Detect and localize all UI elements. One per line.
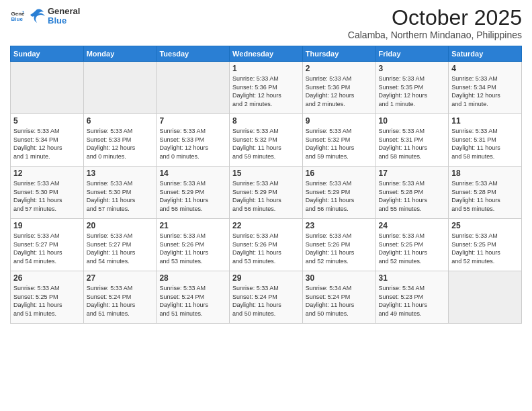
calendar-cell: 29Sunrise: 5:33 AM Sunset: 5:24 PM Dayli… [230, 271, 303, 324]
calendar-cell: 15Sunrise: 5:33 AM Sunset: 5:29 PM Dayli… [230, 167, 303, 219]
calendar-cell: 1Sunrise: 5:33 AM Sunset: 5:36 PM Daylig… [230, 62, 303, 114]
day-number: 29 [232, 273, 300, 283]
day-number: 19 [13, 221, 81, 230]
day-number: 31 [379, 273, 446, 283]
calendar-cell: 17Sunrise: 5:33 AM Sunset: 5:28 PM Dayli… [375, 167, 449, 219]
day-number: 25 [451, 221, 519, 230]
day-info: Sunrise: 5:33 AM Sunset: 5:24 PM Dayligh… [87, 284, 154, 318]
day-info: Sunrise: 5:33 AM Sunset: 5:25 PM Dayligh… [13, 284, 81, 318]
weekday-header-tuesday: Tuesday [157, 46, 230, 62]
calendar-cell: 25Sunrise: 5:33 AM Sunset: 5:25 PM Dayli… [449, 219, 522, 271]
day-number: 17 [379, 169, 446, 178]
calendar-cell: 9Sunrise: 5:33 AM Sunset: 5:32 PM Daylig… [302, 114, 375, 167]
day-number: 22 [232, 221, 300, 230]
day-number: 18 [451, 169, 519, 178]
day-info: Sunrise: 5:33 AM Sunset: 5:30 PM Dayligh… [13, 179, 81, 213]
day-number: 10 [379, 116, 446, 126]
calendar-cell: 7Sunrise: 5:33 AM Sunset: 5:33 PM Daylig… [157, 114, 230, 167]
day-number: 2 [306, 64, 373, 73]
day-number: 4 [451, 64, 519, 73]
day-info: Sunrise: 5:33 AM Sunset: 5:33 PM Dayligh… [87, 127, 154, 161]
calendar-cell: 20Sunrise: 5:33 AM Sunset: 5:27 PM Dayli… [83, 219, 157, 271]
day-number: 30 [306, 273, 373, 283]
calendar-cell: 27Sunrise: 5:33 AM Sunset: 5:24 PM Dayli… [83, 271, 157, 324]
calendar-cell: 28Sunrise: 5:33 AM Sunset: 5:24 PM Dayli… [157, 271, 230, 324]
calendar-cell: 21Sunrise: 5:33 AM Sunset: 5:26 PM Dayli… [157, 219, 230, 271]
day-number: 15 [232, 169, 300, 178]
calendar-cell: 13Sunrise: 5:33 AM Sunset: 5:30 PM Dayli… [83, 167, 157, 219]
calendar-week-row: 19Sunrise: 5:33 AM Sunset: 5:27 PM Dayli… [11, 219, 522, 271]
calendar-week-row: 1Sunrise: 5:33 AM Sunset: 5:36 PM Daylig… [11, 62, 522, 114]
calendar-week-row: 26Sunrise: 5:33 AM Sunset: 5:25 PM Dayli… [11, 271, 522, 324]
calendar-week-row: 12Sunrise: 5:33 AM Sunset: 5:30 PM Dayli… [11, 167, 522, 219]
calendar-cell: 3Sunrise: 5:33 AM Sunset: 5:35 PM Daylig… [375, 62, 449, 114]
day-info: Sunrise: 5:33 AM Sunset: 5:25 PM Dayligh… [451, 232, 519, 265]
day-info: Sunrise: 5:33 AM Sunset: 5:33 PM Dayligh… [159, 127, 226, 161]
day-info: Sunrise: 5:33 AM Sunset: 5:24 PM Dayligh… [232, 284, 300, 318]
day-info: Sunrise: 5:34 AM Sunset: 5:24 PM Dayligh… [306, 284, 373, 318]
day-info: Sunrise: 5:33 AM Sunset: 5:29 PM Dayligh… [306, 179, 373, 213]
day-info: Sunrise: 5:33 AM Sunset: 5:32 PM Dayligh… [232, 127, 300, 161]
day-info: Sunrise: 5:33 AM Sunset: 5:31 PM Dayligh… [379, 127, 446, 161]
calendar-cell: 6Sunrise: 5:33 AM Sunset: 5:33 PM Daylig… [83, 114, 157, 167]
weekday-header-monday: Monday [83, 46, 157, 62]
logo: General Blue General Blue [10, 7, 80, 26]
calendar-cell: 12Sunrise: 5:33 AM Sunset: 5:30 PM Dayli… [11, 167, 84, 219]
day-number: 16 [306, 169, 373, 178]
calendar-week-row: 5Sunrise: 5:33 AM Sunset: 5:34 PM Daylig… [11, 114, 522, 167]
day-info: Sunrise: 5:33 AM Sunset: 5:36 PM Dayligh… [232, 75, 300, 108]
calendar-cell: 24Sunrise: 5:33 AM Sunset: 5:25 PM Dayli… [375, 219, 449, 271]
day-info: Sunrise: 5:33 AM Sunset: 5:29 PM Dayligh… [232, 179, 300, 213]
calendar-cell: 22Sunrise: 5:33 AM Sunset: 5:26 PM Dayli… [230, 219, 303, 271]
day-number: 23 [306, 221, 373, 230]
day-number: 27 [87, 273, 154, 283]
calendar-cell [83, 62, 157, 114]
day-number: 21 [159, 221, 226, 230]
logo-icon: General Blue [10, 9, 25, 24]
calendar-cell: 30Sunrise: 5:34 AM Sunset: 5:24 PM Dayli… [302, 271, 375, 324]
day-number: 12 [13, 169, 81, 178]
calendar-cell: 16Sunrise: 5:33 AM Sunset: 5:29 PM Dayli… [302, 167, 375, 219]
weekday-header-friday: Friday [375, 46, 449, 62]
day-number: 26 [13, 273, 81, 283]
calendar-cell [157, 62, 230, 114]
day-number: 11 [451, 116, 519, 126]
logo-bird-icon [28, 7, 46, 26]
calendar-cell: 8Sunrise: 5:33 AM Sunset: 5:32 PM Daylig… [230, 114, 303, 167]
location-title: Calamba, Northern Mindanao, Philippines [348, 30, 522, 40]
day-info: Sunrise: 5:33 AM Sunset: 5:30 PM Dayligh… [87, 179, 154, 213]
calendar-cell: 19Sunrise: 5:33 AM Sunset: 5:27 PM Dayli… [11, 219, 84, 271]
day-number: 8 [232, 116, 300, 126]
calendar-cell [11, 62, 84, 114]
day-info: Sunrise: 5:33 AM Sunset: 5:25 PM Dayligh… [379, 232, 446, 265]
calendar-table: SundayMondayTuesdayWednesdayThursdayFrid… [10, 46, 522, 324]
day-info: Sunrise: 5:33 AM Sunset: 5:28 PM Dayligh… [379, 179, 446, 213]
weekday-header-saturday: Saturday [449, 46, 522, 62]
day-number: 1 [232, 64, 300, 73]
day-info: Sunrise: 5:33 AM Sunset: 5:27 PM Dayligh… [87, 232, 154, 265]
day-info: Sunrise: 5:33 AM Sunset: 5:26 PM Dayligh… [159, 232, 226, 265]
day-info: Sunrise: 5:33 AM Sunset: 5:29 PM Dayligh… [159, 179, 226, 213]
day-info: Sunrise: 5:33 AM Sunset: 5:34 PM Dayligh… [13, 127, 81, 161]
day-info: Sunrise: 5:33 AM Sunset: 5:35 PM Dayligh… [379, 75, 446, 108]
calendar-cell: 26Sunrise: 5:33 AM Sunset: 5:25 PM Dayli… [11, 271, 84, 324]
svg-text:Blue: Blue [11, 17, 23, 23]
day-number: 24 [379, 221, 446, 230]
logo-general-text: General [48, 7, 80, 16]
logo-blue-text: Blue [48, 16, 80, 26]
day-number: 28 [159, 273, 226, 283]
day-number: 6 [87, 116, 154, 126]
calendar-cell: 14Sunrise: 5:33 AM Sunset: 5:29 PM Dayli… [157, 167, 230, 219]
day-info: Sunrise: 5:33 AM Sunset: 5:28 PM Dayligh… [451, 179, 519, 213]
day-info: Sunrise: 5:34 AM Sunset: 5:23 PM Dayligh… [379, 284, 446, 318]
weekday-header-wednesday: Wednesday [230, 46, 303, 62]
calendar-cell: 11Sunrise: 5:33 AM Sunset: 5:31 PM Dayli… [449, 114, 522, 167]
calendar-cell: 31Sunrise: 5:34 AM Sunset: 5:23 PM Dayli… [375, 271, 449, 324]
day-info: Sunrise: 5:33 AM Sunset: 5:36 PM Dayligh… [306, 75, 373, 108]
calendar-cell: 10Sunrise: 5:33 AM Sunset: 5:31 PM Dayli… [375, 114, 449, 167]
calendar-cell: 18Sunrise: 5:33 AM Sunset: 5:28 PM Dayli… [449, 167, 522, 219]
day-number: 9 [306, 116, 373, 126]
day-info: Sunrise: 5:33 AM Sunset: 5:32 PM Dayligh… [306, 127, 373, 161]
day-number: 7 [159, 116, 226, 126]
day-number: 3 [379, 64, 446, 73]
